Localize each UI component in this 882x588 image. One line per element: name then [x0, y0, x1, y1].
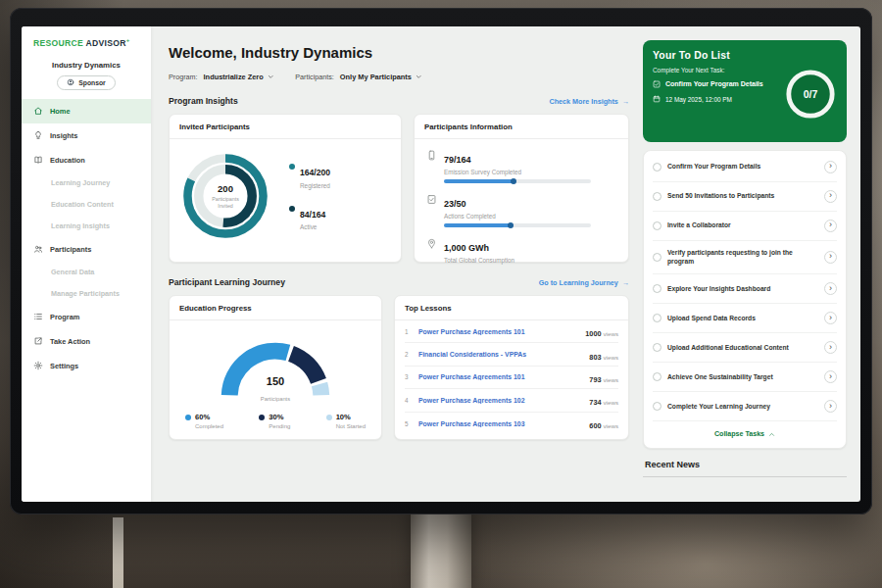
- task-checkbox[interactable]: [653, 402, 662, 411]
- list-icon: [33, 312, 43, 321]
- external-action-icon: [33, 336, 43, 346]
- gauge-legend-not-started: 10% Not Started: [326, 413, 366, 429]
- task-chevron-button[interactable]: ›: [824, 282, 837, 295]
- task-chevron-button[interactable]: ›: [824, 190, 837, 203]
- task-row[interactable]: Upload Spend Data Records ›: [653, 304, 837, 333]
- sidebar-item-settings[interactable]: Settings: [22, 354, 151, 378]
- brand-primary: RESOURCE: [33, 38, 83, 48]
- sidebar-item-take-action[interactable]: Take Action: [22, 329, 151, 354]
- card-title: Invited Participants: [170, 115, 401, 139]
- task-row[interactable]: Verify participants requesting to join t…: [653, 241, 837, 274]
- program-filter-label: Program:: [169, 73, 198, 81]
- sponsor-label: Sponsor: [78, 79, 106, 86]
- lesson-link[interactable]: Power Purchase Agreements 103: [418, 420, 583, 427]
- task-chevron-button[interactable]: ›: [824, 251, 837, 264]
- task-checkbox[interactable]: [653, 192, 662, 201]
- task-row[interactable]: Achieve One Sustainability Target ›: [653, 363, 837, 392]
- sponsor-icon: [67, 78, 74, 86]
- task-chevron-button[interactable]: ›: [824, 400, 837, 413]
- task-row[interactable]: Upload Additional Educational Content ›: [653, 333, 837, 363]
- sidebar-item-label: Participants: [50, 245, 91, 254]
- sidebar-item-education-content[interactable]: Education Content: [22, 194, 151, 216]
- sidebar-item-education[interactable]: Education: [22, 148, 151, 172]
- dashboard-screen: RESOURCE ADVISOR+ Industry Dynamics Spon…: [22, 26, 860, 502]
- task-checkbox[interactable]: [653, 284, 662, 293]
- device-icon: [426, 150, 437, 161]
- task-checkbox[interactable]: [653, 253, 662, 262]
- sidebar-item-insights[interactable]: Insights: [22, 123, 151, 148]
- todo-title: Your To Do List: [653, 50, 837, 61]
- lesson-row: 4 Power Purchase Agreements 102 734views: [405, 389, 618, 412]
- lesson-views: 1000views: [585, 322, 618, 340]
- sidebar-item-home[interactable]: Home: [22, 99, 151, 123]
- photo-background: RESOURCE ADVISOR+ Industry Dynamics Spon…: [0, 0, 882, 588]
- participants-filter-label: Participants:: [295, 73, 334, 81]
- monitor-stand: [411, 508, 471, 588]
- task-checkbox[interactable]: [653, 372, 662, 381]
- chevron-down-icon: [268, 74, 274, 80]
- task-row[interactable]: Explore Your Insights Dashboard ›: [653, 274, 837, 304]
- legend-dot: [185, 415, 191, 420]
- education-progress-card: Education Progress 150 Participants 60%: [169, 295, 382, 440]
- sidebar-nav: Home Insights Education Learning Journey: [22, 99, 151, 378]
- home-icon: [33, 106, 43, 116]
- program-insights-header: Program Insights Check More Insights →: [169, 96, 629, 106]
- checkbox-icon[interactable]: [653, 80, 661, 88]
- sidebar-item-manage-participants[interactable]: Manage Participants: [22, 283, 151, 305]
- task-chevron-button[interactable]: ›: [824, 220, 837, 232]
- lesson-link[interactable]: Financial Considerations - VPPAs: [418, 351, 583, 358]
- stat-global-consumption: 1,000 GWh Total Global Consumption: [426, 237, 616, 264]
- task-row[interactable]: Complete Your Learning Journey ›: [653, 392, 837, 421]
- card-title: Top Lessons: [395, 296, 628, 320]
- task-row[interactable]: Invite a Collaborator ›: [653, 212, 837, 241]
- lesson-row: 2 Financial Considerations - VPPAs 803vi…: [405, 343, 618, 366]
- check-more-insights-link[interactable]: Check More Insights →: [550, 97, 629, 106]
- go-to-learning-journey-link[interactable]: Go to Learning Journey →: [539, 278, 629, 287]
- collapse-tasks-button[interactable]: Collapse Tasks: [653, 421, 837, 448]
- donut-center-label: 200 Participants Invited: [179, 150, 271, 242]
- task-chevron-button[interactable]: ›: [824, 312, 837, 324]
- sidebar-item-participants[interactable]: Participants: [22, 237, 151, 262]
- lesson-link[interactable]: Power Purchase Agreements 101: [418, 328, 579, 335]
- sidebar-item-label: Settings: [50, 362, 78, 370]
- people-icon: [33, 244, 43, 254]
- task-chevron-button[interactable]: ›: [824, 370, 837, 383]
- sidebar-item-label: Take Action: [50, 337, 90, 346]
- task-checkbox[interactable]: [653, 314, 662, 322]
- sidebar-item-learning-journey[interactable]: Learning Journey: [22, 172, 151, 194]
- task-row[interactable]: Confirm Your Program Details ›: [653, 153, 837, 182]
- participants-dropdown[interactable]: Only My Participants: [340, 73, 422, 81]
- task-chevron-button[interactable]: ›: [824, 341, 837, 354]
- checklist-icon: [426, 194, 437, 205]
- sidebar-item-program[interactable]: Program: [22, 305, 151, 329]
- invited-participants-card: Invited Participants 200: [169, 114, 402, 263]
- lesson-views: 600views: [589, 415, 618, 432]
- sidebar-item-label: Insights: [50, 131, 77, 140]
- arrow-right-icon: →: [622, 97, 629, 106]
- program-dropdown-value: Industrialize Zero: [204, 73, 264, 81]
- sponsor-badge[interactable]: Sponsor: [57, 75, 116, 90]
- task-checkbox[interactable]: [653, 221, 662, 230]
- sidebar-item-label: Learning Journey: [51, 178, 110, 187]
- brand-plus: +: [126, 37, 130, 43]
- task-row[interactable]: Send 50 Invitations to Participants ›: [653, 182, 837, 212]
- lesson-row: 3 Power Purchase Agreements 101 793views: [405, 367, 618, 389]
- task-checkbox[interactable]: [653, 163, 662, 172]
- sidebar-item-label: Manage Participants: [51, 289, 120, 298]
- legend-item-registered: 164/200Registered: [289, 162, 330, 189]
- lesson-link[interactable]: Power Purchase Agreements 101: [418, 373, 583, 380]
- legend-dot: [289, 164, 295, 170]
- task-checkbox[interactable]: [653, 343, 662, 352]
- sidebar-item-general-data[interactable]: General Data: [22, 262, 151, 283]
- donut-legend: 164/200Registered 84/164Active: [289, 162, 330, 230]
- calendar-icon: [653, 95, 661, 103]
- participants-information-card: Participants Information 79/164 Emission…: [414, 114, 629, 263]
- program-dropdown[interactable]: Industrialize Zero: [204, 73, 274, 81]
- sidebar-item-label: Education Content: [51, 200, 114, 209]
- gauge-legend-pending: 30% Pending: [259, 413, 290, 429]
- lesson-link[interactable]: Power Purchase Agreements 102: [418, 397, 583, 404]
- sidebar-item-label: Learning Insights: [51, 221, 110, 230]
- lesson-views: 793views: [589, 368, 618, 386]
- sidebar-item-learning-insights[interactable]: Learning Insights: [22, 216, 151, 237]
- task-chevron-button[interactable]: ›: [824, 161, 837, 173]
